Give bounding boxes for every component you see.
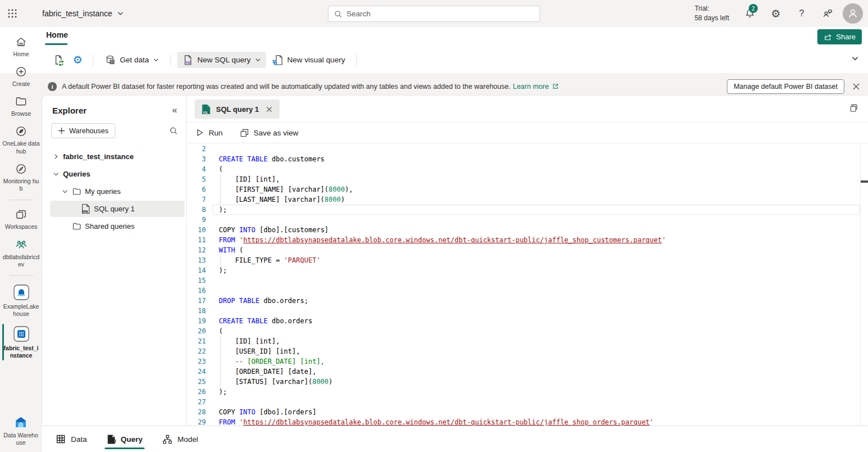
rail-divider <box>10 200 33 200</box>
search-input[interactable] <box>347 10 534 18</box>
code-line-6[interactable]: 6 [FIRST_NAME] [varchar](8000), <box>187 184 868 195</box>
active-tab-underline <box>105 448 145 449</box>
ribbon-collapse-button[interactable] <box>851 55 859 65</box>
ribbon-toolbar: ⚙ Get data SQL New SQL query New visual … <box>0 47 868 73</box>
rail-item-label: Monitoring hub <box>3 178 40 192</box>
code-line-21[interactable]: 21 [ID] [int], <box>187 336 868 346</box>
code-line-22[interactable]: 22 [USER_ID] [int], <box>187 346 868 356</box>
rail-item-label: Browse <box>11 110 31 117</box>
code-line-28[interactable]: 28COPY INTO [dbo].[orders] <box>187 407 868 417</box>
code-line-18[interactable]: 18 <box>187 306 868 316</box>
add-warehouses-button[interactable]: Warehouses <box>51 123 115 138</box>
code-line-27[interactable]: 27 <box>187 397 868 407</box>
close-tab-button[interactable] <box>264 104 274 114</box>
search-icon[interactable] <box>169 126 178 135</box>
line-number: 11 <box>187 235 206 245</box>
bottom-tab-data[interactable]: Data <box>56 426 87 452</box>
trial-status: Trial: 58 days left <box>695 4 729 24</box>
code-text: FROM 'https://dbtlabsynapsedatalake.blob… <box>219 417 654 426</box>
code-line-3[interactable]: 3CREATE TABLE dbo.customers <box>187 154 868 164</box>
code-line-16[interactable]: 16 <box>187 286 868 296</box>
code-line-2[interactable]: 2 <box>187 144 868 154</box>
code-line-5[interactable]: 5 [ID] [int], <box>187 174 868 184</box>
warehouse-icon <box>13 326 30 342</box>
workspace-switcher[interactable]: fabric_test_instance <box>42 9 124 18</box>
manage-default-dataset-button[interactable]: Manage default Power BI dataset <box>727 79 844 94</box>
code-line-26[interactable]: 26); <box>187 387 868 397</box>
code-text: WITH ( <box>219 245 243 255</box>
rail-item-browse[interactable]: Browse <box>1 91 42 121</box>
line-number: 15 <box>187 275 206 286</box>
rail-item-onelake-data-hub[interactable]: OneLake data hub <box>1 121 42 158</box>
app-launcher-button[interactable] <box>0 0 25 27</box>
get-data-button[interactable]: Get data <box>100 52 164 68</box>
settings-button[interactable]: ⚙ <box>763 0 789 27</box>
code-line-29[interactable]: 29FROM 'https://dbtlabsynapsedatalake.bl… <box>187 417 868 426</box>
code-line-13[interactable]: 13 FILE_TYPE = 'PARQUET' <box>187 255 868 265</box>
code-line-9[interactable]: 9 <box>187 215 868 225</box>
chevron-right-icon[interactable] <box>52 153 60 160</box>
bottom-tab-model[interactable]: Model <box>162 426 199 452</box>
question-icon: ? <box>799 8 804 19</box>
search-icon <box>334 10 343 19</box>
rail-item-fabric-test-instance[interactable]: fabric_test_instance <box>1 322 42 363</box>
rail-item-monitoring-hub[interactable]: Monitoring hub <box>1 159 42 196</box>
rail-item-dbtlabsfabricdev[interactable]: dbtlabsfabricdev <box>1 234 42 272</box>
current-line-highlight <box>213 205 860 215</box>
code-line-20[interactable]: 20( <box>187 326 868 336</box>
refresh-dataset-button[interactable] <box>50 52 68 68</box>
rail-item-create[interactable]: Create <box>1 61 42 91</box>
tree-item-sql-query-1[interactable]: SQLSQL query 1 <box>50 201 185 217</box>
code-text: ( <box>219 326 223 336</box>
collapse-panel-icon[interactable]: « <box>172 105 177 115</box>
tree-item-shared-queries[interactable]: Shared queries <box>50 218 185 234</box>
notifications-button[interactable]: 2 <box>737 0 763 27</box>
rail-item-data-warehouse[interactable]: Data Warehouse <box>1 411 41 450</box>
code-line-4[interactable]: 4( <box>187 164 868 174</box>
code-line-19[interactable]: 19CREATE TABLE dbo.orders <box>187 316 868 326</box>
code-line-8[interactable]: 8); <box>187 205 868 215</box>
code-text: FILE_TYPE = 'PARQUET' <box>219 255 321 265</box>
save-as-view-button[interactable]: Save as view <box>240 128 299 138</box>
code-line-24[interactable]: 24 [ORDER_DATE] [date], <box>187 367 868 377</box>
chevron-down-icon <box>255 57 261 63</box>
code-line-10[interactable]: 10COPY INTO [dbo].[customers] <box>187 225 868 235</box>
sql-code-editor[interactable]: 23CREATE TABLE dbo.customers4(5 [ID] [in… <box>187 144 868 426</box>
line-number: 25 <box>187 377 206 387</box>
line-number: 26 <box>187 387 206 397</box>
rail-item-examplelakehouse[interactable]: ExampleLakehouse <box>1 280 42 321</box>
code-line-17[interactable]: 17DROP TABLE dbo.orders; <box>187 296 868 306</box>
help-button[interactable]: ? <box>789 0 815 27</box>
code-line-15[interactable]: 15 <box>187 275 868 286</box>
code-text: FROM 'https://dbtlabsynapsedatalake.blob… <box>219 235 666 245</box>
banner-close-button[interactable] <box>844 83 868 91</box>
tree-item-my-queries[interactable]: My queries <box>50 183 185 200</box>
share-label: Share <box>836 33 856 41</box>
rail-item-home[interactable]: Home <box>1 31 42 61</box>
run-button[interactable]: Run <box>195 128 223 137</box>
tree-item-fabric-test-instance[interactable]: fabric_test_instance <box>50 148 185 165</box>
new-sql-query-button[interactable]: SQL New SQL query <box>177 52 266 68</box>
query-settings-button[interactable]: ⚙ <box>69 52 87 68</box>
chevron-down-icon[interactable] <box>61 188 69 195</box>
code-line-11[interactable]: 11FROM 'https://dbtlabsynapsedatalake.bl… <box>187 235 868 245</box>
query-tab-row: SQL SQL query 1 <box>187 96 868 123</box>
account-avatar[interactable] <box>843 3 863 24</box>
tree-item-queries[interactable]: Queries <box>50 166 185 182</box>
feedback-button[interactable] <box>815 0 840 27</box>
copy-button[interactable] <box>848 103 859 116</box>
chevron-down-icon[interactable] <box>52 171 60 177</box>
tab-home[interactable]: Home <box>46 30 68 39</box>
bottom-tab-query[interactable]: Query <box>106 426 143 452</box>
new-visual-query-button[interactable]: New visual query <box>267 52 350 68</box>
code-line-23[interactable]: 23 -- [ORDER_DATE] [int], <box>187 356 868 367</box>
code-line-25[interactable]: 25 [STATUS] [varchar](8000) <box>187 377 868 387</box>
code-line-12[interactable]: 12WITH ( <box>187 245 868 255</box>
rail-item-workspaces[interactable]: Workspaces <box>1 204 42 234</box>
share-button[interactable]: Share <box>817 29 862 44</box>
learn-more-link[interactable]: Learn more <box>513 83 549 91</box>
code-line-14[interactable]: 14); <box>187 265 868 275</box>
editor-scrollbar[interactable] <box>860 144 868 426</box>
tab-sql-query-1[interactable]: SQL SQL query 1 <box>195 100 280 119</box>
code-line-7[interactable]: 7 [LAST_NAME] [varchar](8000) <box>187 195 868 205</box>
